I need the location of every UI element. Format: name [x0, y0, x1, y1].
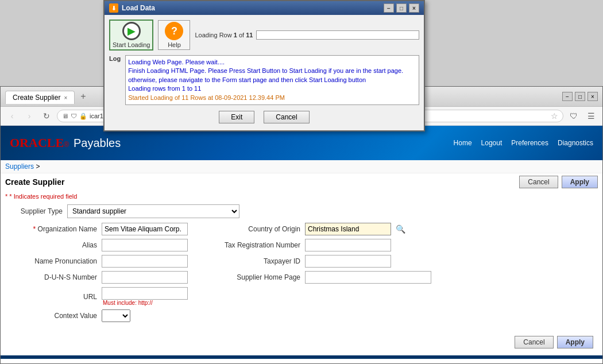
start-loading-button[interactable]: ▶ Start Loading — [109, 20, 153, 51]
log-section: Log Loading Web Page. Please wait.... Fi… — [109, 55, 419, 105]
url-input[interactable] — [102, 287, 188, 300]
app-name-text: Payables — [74, 137, 121, 150]
start-loading-label: Start Loading — [113, 41, 150, 48]
ld-minimize-btn[interactable]: − — [384, 3, 394, 13]
supplier-home-page-input[interactable] — [305, 271, 431, 284]
duns-label: D-U-N-S Number — [5, 273, 97, 281]
load-data-title: Load Data — [122, 4, 155, 12]
apply-bottom-button[interactable]: Apply — [557, 336, 593, 348]
header-logout-link[interactable]: Logout — [481, 139, 502, 147]
forward-button[interactable]: › — [22, 109, 36, 123]
supplier-home-page-row: Supplier Home Page — [220, 271, 431, 284]
help-label: Help — [168, 41, 181, 48]
log-line-4: Loading rows from 1 to 11 — [128, 84, 416, 93]
help-icon: ? — [165, 22, 183, 40]
progress-bar — [256, 30, 419, 40]
url-label: URL — [5, 293, 97, 301]
content-area: * * Indicates required field Supplier Ty… — [1, 191, 602, 355]
log-label: Log — [109, 55, 121, 105]
header-home-link[interactable]: Home — [454, 139, 472, 147]
supplier-type-row: Supplier Type Standard supplier Employee… — [5, 204, 598, 218]
breadcrumb-separator: > — [36, 162, 40, 171]
org-name-input[interactable] — [102, 223, 188, 235]
log-line-1: Loading Web Page. Please wait.... — [128, 58, 416, 67]
ld-close-btn[interactable]: × — [409, 3, 419, 13]
browser-tab-create-supplier[interactable]: Create Supplier × — [5, 91, 75, 104]
required-star: * — [5, 193, 7, 200]
log-line-5: Started Loading of 11 Rows at 08-09-2021… — [128, 94, 416, 102]
log-line-2: Finish Loading HTML Page. Please Press S… — [128, 67, 416, 75]
browser-close-button[interactable]: × — [587, 92, 598, 101]
back-button[interactable]: ‹ — [5, 109, 19, 123]
ld-maximize-btn[interactable]: □ — [396, 3, 407, 13]
start-loading-icon: ▶ — [122, 22, 141, 40]
url-hint: Must include: http:// — [103, 300, 188, 306]
menu-button[interactable]: ☰ — [584, 109, 598, 123]
alias-label: Alias — [5, 241, 97, 249]
oracle-logo: ORACLE ® Payables — [10, 135, 121, 150]
page-icon: 🖥 — [62, 113, 68, 119]
load-data-icon: ⬇ — [109, 3, 118, 13]
url-section: Must include: http:// — [102, 287, 188, 306]
load-data-toolbar: ▶ Start Loading ? Help Loading Row 1 of … — [109, 20, 419, 51]
lock-icon: 🔒 — [79, 113, 87, 120]
context-value-select[interactable] — [102, 309, 130, 322]
duns-input[interactable] — [102, 271, 188, 284]
refresh-button[interactable]: ↻ — [40, 109, 53, 123]
name-pronunciation-input[interactable] — [102, 255, 188, 268]
org-name-row: * Organization Name — [5, 223, 188, 235]
required-note: * * Indicates required field — [5, 193, 598, 200]
shield-icon: 🛡 — [71, 113, 77, 119]
form-left-column: * Organization Name Alias Name Pronuncia… — [5, 223, 188, 322]
supplier-type-select[interactable]: Standard supplier Employee Contractor — [67, 204, 239, 218]
exit-button[interactable]: Exit — [219, 111, 254, 123]
page-title: Create Supplier — [5, 177, 64, 187]
footer-home-link[interactable]: Home — [236, 358, 253, 359]
browser-minimize-button[interactable]: − — [562, 92, 573, 101]
footer-diagnostics-link[interactable]: Diagnostics — [334, 358, 367, 359]
country-label: Country of Origin — [220, 225, 300, 233]
tax-reg-label: Tax Registration Number — [220, 241, 300, 249]
help-button[interactable]: ? Help — [158, 20, 190, 50]
cancel-dialog-button[interactable]: Cancel — [264, 111, 309, 123]
breadcrumb-suppliers-link[interactable]: Suppliers — [5, 162, 34, 171]
load-data-footer: Exit Cancel — [109, 109, 419, 126]
load-data-window: ⬇ Load Data − □ × ▶ Start Loading ? Help… — [103, 0, 425, 131]
url-row: URL Must include: http:// — [5, 287, 188, 306]
org-name-label: * Organization Name — [5, 225, 97, 233]
alias-input[interactable] — [102, 239, 188, 251]
taxpayer-row: Taxpayer ID — [220, 255, 431, 268]
header-nav: Home Logout Preferences Diagnostics — [454, 139, 593, 147]
alias-row: Alias — [5, 239, 188, 251]
header-diagnostics-link[interactable]: Diagnostics — [558, 139, 593, 147]
oracle-footer: Home Logout Preferences Diagnostics — [1, 355, 602, 359]
load-data-titlebar: ⬇ Load Data − □ × — [105, 1, 424, 15]
country-row: Country of Origin 🔍 — [220, 223, 431, 235]
country-search-icon[interactable]: 🔍 — [396, 224, 405, 234]
action-buttons-bottom: Cancel Apply — [5, 331, 598, 353]
tab-label: Create Supplier — [13, 94, 60, 102]
tab-close-icon[interactable]: × — [64, 95, 67, 101]
cancel-bottom-button[interactable]: Cancel — [515, 336, 553, 348]
tax-reg-input[interactable] — [305, 239, 391, 251]
form-columns: * Organization Name Alias Name Pronuncia… — [5, 223, 598, 322]
context-value-row: Context Value — [5, 309, 188, 322]
shield-extra-icon[interactable]: 🛡 — [567, 109, 581, 123]
new-tab-button[interactable]: + — [76, 89, 90, 104]
bookmark-icon[interactable]: ☆ — [551, 111, 558, 121]
cancel-top-button[interactable]: Cancel — [519, 176, 558, 188]
action-buttons-top: Cancel Apply — [519, 176, 598, 188]
oracle-logo-text: ORACLE — [10, 135, 64, 150]
log-box: Loading Web Page. Please wait.... Finish… — [125, 55, 419, 105]
taxpayer-input[interactable] — [305, 255, 391, 268]
country-input[interactable] — [305, 223, 391, 235]
tax-reg-row: Tax Registration Number — [220, 239, 431, 251]
apply-top-button[interactable]: Apply — [562, 176, 598, 188]
oracle-registered-symbol: ® — [64, 141, 69, 149]
taxpayer-label: Taxpayer ID — [220, 257, 300, 265]
titlebar-left: ⬇ Load Data — [109, 3, 155, 13]
footer-logout-link[interactable]: Logout — [262, 358, 282, 359]
header-preferences-link[interactable]: Preferences — [511, 139, 548, 147]
browser-maximize-button[interactable]: □ — [575, 92, 585, 101]
footer-preferences-link[interactable]: Preferences — [291, 358, 324, 359]
